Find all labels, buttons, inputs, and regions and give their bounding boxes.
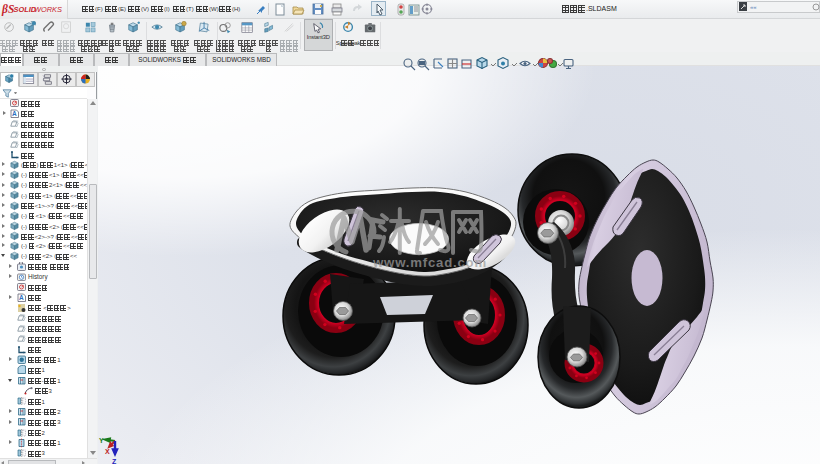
svg-text:WORKS: WORKS [34,5,62,14]
svg-text:Y: Y [99,437,104,444]
svg-text:X: X [105,448,110,455]
svg-text:A: A [12,110,17,117]
svg-text:www.mfcad.com: www.mfcad.com [372,255,487,270]
svg-text:βS: βS [1,3,14,16]
svg-text:A: A [19,294,24,301]
svg-text:Z: Z [112,458,117,464]
